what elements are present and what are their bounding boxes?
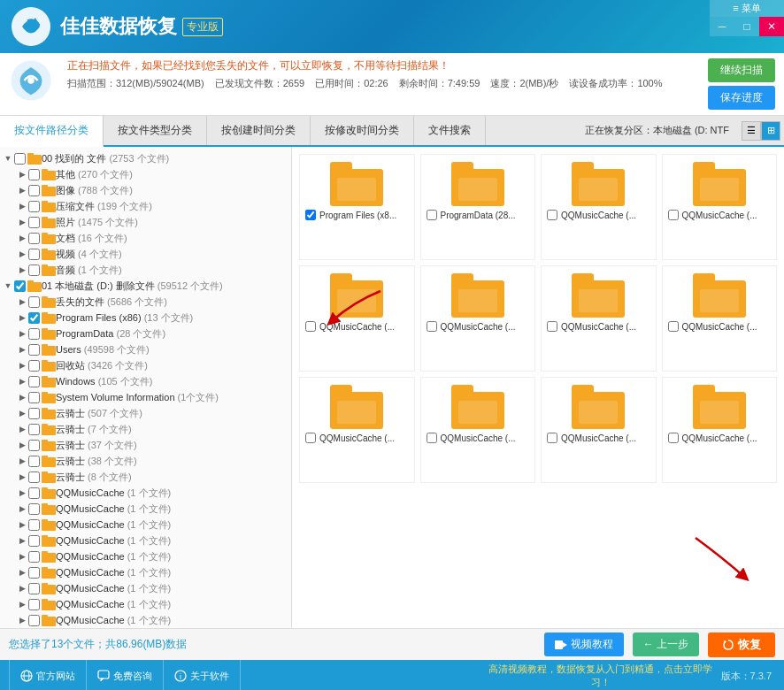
- tree-item-found-files[interactable]: ▼ 00 找到的 文件 (2753 个文件): [0, 150, 291, 166]
- tree-toggle[interactable]: ▶: [16, 168, 28, 180]
- file-checkbox[interactable]: [305, 321, 316, 332]
- tree-toggle[interactable]: ▶: [16, 439, 28, 451]
- tree-toggle[interactable]: ▶: [16, 614, 28, 626]
- tree-item-qqcache-4[interactable]: ▶ QQMusicCache (1 个文件): [0, 533, 291, 548]
- tree-item-programdata[interactable]: ▶ ProgramData (28 个文件): [0, 326, 291, 341]
- tree-item-photos[interactable]: ▶ 照片 (1475 个文件): [0, 214, 291, 230]
- tree-item-qqcache-6[interactable]: ▶ QQMusicCache (1 个文件): [0, 564, 291, 580]
- tree-item-yunqishi-5[interactable]: ▶ 云骑士 (8 个文件): [0, 469, 291, 485]
- tree-item-yunqishi-4[interactable]: ▶ 云骑士 (38 个文件): [0, 453, 291, 469]
- tree-toggle[interactable]: ▼: [2, 152, 14, 165]
- tree-item-qqcache-3[interactable]: ▶ QQMusicCache (1 个文件): [0, 517, 291, 533]
- file-cell[interactable]: QQMusicCache (...: [541, 265, 657, 372]
- tree-toggle[interactable]: ▶: [16, 518, 28, 531]
- tree-checkbox[interactable]: [28, 503, 40, 515]
- save-progress-button[interactable]: 保存进度: [708, 86, 775, 110]
- menu-button[interactable]: ≡ 菜单: [710, 0, 784, 17]
- file-checkbox[interactable]: [427, 210, 437, 220]
- tree-toggle[interactable]: ▶: [16, 343, 28, 356]
- tree-toggle[interactable]: ▶: [16, 391, 28, 403]
- video-tutorial-button[interactable]: 视频教程: [544, 632, 624, 656]
- tree-item-yunqishi-1[interactable]: ▶ 云骑士 (507 个文件): [0, 405, 291, 421]
- tree-toggle[interactable]: ▶: [16, 550, 28, 563]
- tree-toggle[interactable]: ▶: [16, 200, 28, 212]
- tree-item-yunqishi-3[interactable]: ▶ 云骑士 (37 个文件): [0, 437, 291, 453]
- tree-item-yunqishi-2[interactable]: ▶ 云骑士 (7 个文件): [0, 421, 291, 437]
- tree-item-audio[interactable]: ▶ 音频 (1 个文件): [0, 262, 291, 278]
- footer-official-site[interactable]: 官方网站: [9, 660, 87, 690]
- tree-toggle[interactable]: ▶: [16, 216, 28, 228]
- tree-toggle[interactable]: ▶: [16, 184, 28, 196]
- file-checkbox[interactable]: [547, 433, 557, 443]
- tree-checkbox[interactable]: [28, 487, 40, 499]
- file-cell[interactable]: Program Files (x8...: [299, 154, 415, 260]
- tree-toggle[interactable]: ▶: [16, 471, 28, 483]
- file-checkbox[interactable]: [668, 433, 679, 443]
- file-checkbox[interactable]: [547, 321, 557, 332]
- tree-checkbox[interactable]: [28, 360, 40, 372]
- tree-checkbox[interactable]: [14, 280, 26, 292]
- tree-toggle[interactable]: ▶: [16, 598, 28, 610]
- tree-toggle[interactable]: ▶: [16, 502, 28, 515]
- footer-about[interactable]: i 关于软件: [164, 660, 241, 690]
- tree-toggle[interactable]: ▶: [16, 264, 28, 276]
- grid-view-button[interactable]: ⊞: [761, 121, 780, 141]
- tree-toggle[interactable]: ▶: [16, 327, 28, 340]
- tab-filepath[interactable]: 按文件路径分类: [0, 116, 104, 147]
- tree-toggle[interactable]: ▶: [16, 232, 28, 244]
- tree-checkbox[interactable]: [28, 408, 40, 419]
- tree-checkbox[interactable]: [28, 169, 40, 180]
- tree-checkbox[interactable]: [28, 424, 40, 435]
- tree-toggle[interactable]: ▼: [2, 280, 14, 292]
- file-cell[interactable]: QQMusicCache (...: [662, 377, 778, 483]
- tree-checkbox[interactable]: [28, 249, 40, 260]
- file-checkbox[interactable]: [668, 210, 679, 220]
- tree-toggle[interactable]: ▶: [16, 423, 28, 435]
- footer-promo[interactable]: 高清视频教程，数据恢复从入门到精通，点击立即学习！: [480, 663, 720, 689]
- file-cell[interactable]: QQMusicCache (...: [420, 377, 536, 483]
- tree-item-qqcache-2[interactable]: ▶ QQMusicCache (1 个文件): [0, 501, 291, 517]
- tree-item-users[interactable]: ▶ Users (49598 个文件): [0, 341, 291, 357]
- tree-item-images[interactable]: ▶ 图像 (788 个文件): [0, 182, 291, 198]
- tree-checkbox[interactable]: [28, 567, 40, 579]
- tree-item-local-disk-deleted[interactable]: ▼ 01 本地磁盘 (D:) 删除文件 (59512 个文件): [0, 278, 291, 294]
- tree-checkbox[interactable]: [28, 535, 40, 547]
- tree-toggle[interactable]: ▶: [16, 566, 28, 579]
- file-cell[interactable]: QQMusicCache (...: [541, 377, 657, 483]
- file-cell[interactable]: QQMusicCache (...: [299, 265, 415, 372]
- tree-checkbox[interactable]: [28, 440, 40, 451]
- tree-checkbox[interactable]: [28, 456, 40, 467]
- tree-item-program-files-x86[interactable]: ▶ Program Files (x86) (13 个文件): [0, 310, 291, 326]
- tab-modtime[interactable]: 按修改时间分类: [311, 116, 414, 145]
- tree-toggle[interactable]: ▶: [16, 534, 28, 547]
- file-cell[interactable]: QQMusicCache (...: [541, 154, 657, 260]
- close-button[interactable]: ✕: [759, 17, 784, 36]
- maximize-button[interactable]: □: [734, 17, 759, 36]
- tree-checkbox[interactable]: [28, 599, 40, 610]
- tree-checkbox[interactable]: [28, 472, 40, 483]
- tree-toggle[interactable]: ▶: [16, 248, 28, 260]
- tree-checkbox[interactable]: [28, 519, 40, 531]
- tree-item-qqcache-5[interactable]: ▶ QQMusicCache (1 个文件): [0, 548, 291, 564]
- tree-item-recycle[interactable]: ▶ 回收站 (3426 个文件): [0, 357, 291, 373]
- continue-scan-button[interactable]: 继续扫描: [708, 58, 775, 82]
- file-cell[interactable]: QQMusicCache (...: [662, 154, 778, 260]
- tree-item-svi[interactable]: ▶ System Volume Information (1个文件): [0, 389, 291, 405]
- tree-checkbox[interactable]: [28, 296, 40, 308]
- file-cell[interactable]: QQMusicCache (...: [299, 377, 415, 483]
- tree-checkbox[interactable]: [28, 392, 40, 403]
- tree-toggle[interactable]: ▶: [16, 295, 28, 308]
- tree-checkbox[interactable]: [14, 153, 26, 165]
- file-cell[interactable]: QQMusicCache (...: [420, 265, 536, 372]
- file-checkbox[interactable]: [427, 433, 437, 443]
- tab-filetype[interactable]: 按文件类型分类: [104, 116, 207, 145]
- file-cell[interactable]: QQMusicCache (...: [662, 265, 778, 372]
- tree-checkbox[interactable]: [28, 615, 40, 626]
- tree-checkbox[interactable]: [28, 217, 40, 228]
- tree-checkbox[interactable]: [28, 376, 40, 387]
- tab-createtime[interactable]: 按创建时间分类: [207, 116, 311, 145]
- tree-item-lost-files[interactable]: ▶ 丢失的文件 (5686 个文件): [0, 294, 291, 310]
- file-checkbox[interactable]: [668, 321, 679, 332]
- tree-toggle[interactable]: ▶: [16, 359, 28, 372]
- file-cell[interactable]: ProgramData (28...: [420, 154, 536, 260]
